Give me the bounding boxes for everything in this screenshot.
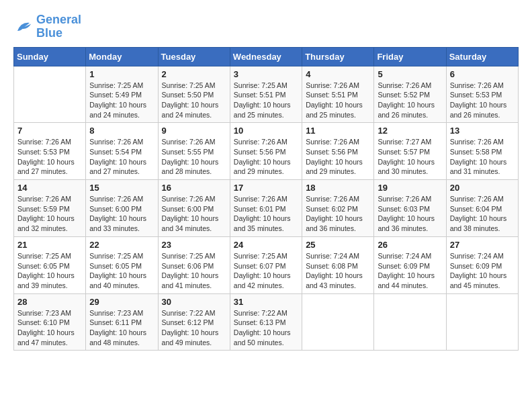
day-info: Sunrise: 7:25 AM Sunset: 6:05 PM Dayligh… (17, 251, 82, 291)
calendar-cell: 18Sunrise: 7:26 AM Sunset: 6:02 PM Dayli… (302, 180, 374, 237)
calendar-cell: 12Sunrise: 7:27 AM Sunset: 5:57 PM Dayli… (374, 123, 446, 180)
calendar-cell: 13Sunrise: 7:26 AM Sunset: 5:58 PM Dayli… (446, 123, 518, 180)
calendar-cell: 19Sunrise: 7:26 AM Sunset: 6:03 PM Dayli… (374, 180, 446, 237)
calendar-header: SundayMondayTuesdayWednesdayThursdayFrid… (14, 47, 519, 66)
day-number: 11 (306, 126, 370, 136)
calendar-cell: 28Sunrise: 7:23 AM Sunset: 6:10 PM Dayli… (14, 293, 86, 351)
calendar-week-2: 7Sunrise: 7:26 AM Sunset: 5:53 PM Daylig… (14, 123, 519, 180)
calendar-cell: 20Sunrise: 7:26 AM Sunset: 6:04 PM Dayli… (446, 180, 518, 237)
day-info: Sunrise: 7:26 AM Sunset: 6:02 PM Dayligh… (306, 194, 370, 234)
calendar-cell (374, 293, 446, 351)
day-header-monday: Monday (86, 47, 158, 66)
day-info: Sunrise: 7:26 AM Sunset: 5:58 PM Dayligh… (450, 137, 515, 177)
day-info: Sunrise: 7:26 AM Sunset: 5:53 PM Dayligh… (17, 137, 82, 177)
day-info: Sunrise: 7:26 AM Sunset: 5:56 PM Dayligh… (234, 137, 298, 177)
day-info: Sunrise: 7:26 AM Sunset: 5:52 PM Dayligh… (378, 81, 442, 120)
day-number: 1 (89, 69, 154, 79)
day-number: 14 (17, 183, 82, 193)
day-number: 3 (234, 69, 298, 79)
day-number: 24 (234, 240, 298, 250)
day-header-saturday: Saturday (446, 47, 518, 66)
calendar-cell: 24Sunrise: 7:25 AM Sunset: 6:07 PM Dayli… (230, 236, 302, 293)
calendar-table: SundayMondayTuesdayWednesdayThursdayFrid… (13, 47, 519, 351)
calendar-cell (446, 293, 518, 351)
day-number: 9 (162, 126, 226, 136)
day-number: 6 (450, 69, 515, 79)
day-number: 21 (17, 240, 82, 250)
calendar-cell: 10Sunrise: 7:26 AM Sunset: 5:56 PM Dayli… (230, 123, 302, 180)
day-info: Sunrise: 7:26 AM Sunset: 6:01 PM Dayligh… (234, 194, 298, 234)
calendar-body: 1Sunrise: 7:25 AM Sunset: 5:49 PM Daylig… (14, 66, 519, 351)
logo-icon (13, 17, 34, 37)
calendar-cell: 23Sunrise: 7:25 AM Sunset: 6:06 PM Dayli… (158, 236, 230, 293)
calendar-cell: 22Sunrise: 7:25 AM Sunset: 6:05 PM Dayli… (86, 236, 158, 293)
day-number: 18 (306, 183, 370, 193)
day-number: 4 (306, 69, 370, 79)
day-number: 29 (89, 297, 154, 307)
calendar-cell: 27Sunrise: 7:24 AM Sunset: 6:09 PM Dayli… (446, 236, 518, 293)
day-number: 16 (162, 183, 226, 193)
calendar-cell: 14Sunrise: 7:26 AM Sunset: 5:59 PM Dayli… (14, 180, 86, 237)
calendar-cell: 29Sunrise: 7:23 AM Sunset: 6:11 PM Dayli… (86, 293, 158, 351)
day-number: 30 (162, 297, 226, 307)
day-header-thursday: Thursday (302, 47, 374, 66)
day-number: 7 (17, 126, 82, 136)
day-header-wednesday: Wednesday (230, 47, 302, 66)
calendar-cell (14, 66, 86, 123)
day-number: 12 (378, 126, 442, 136)
calendar-cell: 31Sunrise: 7:22 AM Sunset: 6:13 PM Dayli… (230, 293, 302, 351)
day-info: Sunrise: 7:26 AM Sunset: 6:03 PM Dayligh… (378, 194, 442, 234)
day-info: Sunrise: 7:27 AM Sunset: 5:57 PM Dayligh… (378, 137, 442, 177)
calendar-week-5: 28Sunrise: 7:23 AM Sunset: 6:10 PM Dayli… (14, 293, 519, 351)
calendar-week-1: 1Sunrise: 7:25 AM Sunset: 5:49 PM Daylig… (14, 66, 519, 123)
day-info: Sunrise: 7:25 AM Sunset: 5:51 PM Dayligh… (234, 81, 298, 120)
day-info: Sunrise: 7:26 AM Sunset: 6:00 PM Dayligh… (89, 194, 154, 234)
day-info: Sunrise: 7:23 AM Sunset: 6:11 PM Dayligh… (89, 308, 154, 348)
calendar-cell: 1Sunrise: 7:25 AM Sunset: 5:49 PM Daylig… (86, 66, 158, 123)
day-info: Sunrise: 7:24 AM Sunset: 6:09 PM Dayligh… (450, 251, 515, 291)
calendar-cell: 11Sunrise: 7:26 AM Sunset: 5:56 PM Dayli… (302, 123, 374, 180)
day-number: 10 (234, 126, 298, 136)
calendar-week-4: 21Sunrise: 7:25 AM Sunset: 6:05 PM Dayli… (14, 236, 519, 293)
day-info: Sunrise: 7:26 AM Sunset: 6:00 PM Dayligh… (162, 194, 226, 234)
calendar-cell: 9Sunrise: 7:26 AM Sunset: 5:55 PM Daylig… (158, 123, 230, 180)
day-info: Sunrise: 7:25 AM Sunset: 5:49 PM Dayligh… (89, 81, 154, 120)
page-header: General Blue (13, 13, 519, 40)
day-info: Sunrise: 7:25 AM Sunset: 6:05 PM Dayligh… (89, 251, 154, 291)
day-info: Sunrise: 7:25 AM Sunset: 6:07 PM Dayligh… (234, 251, 298, 291)
day-number: 5 (378, 69, 442, 79)
day-info: Sunrise: 7:22 AM Sunset: 6:13 PM Dayligh… (234, 308, 298, 348)
day-info: Sunrise: 7:24 AM Sunset: 6:08 PM Dayligh… (306, 251, 370, 291)
day-number: 19 (378, 183, 442, 193)
day-number: 23 (162, 240, 226, 250)
day-info: Sunrise: 7:26 AM Sunset: 5:59 PM Dayligh… (17, 194, 82, 234)
day-number: 31 (234, 297, 298, 307)
calendar-cell: 26Sunrise: 7:24 AM Sunset: 6:09 PM Dayli… (374, 236, 446, 293)
day-info: Sunrise: 7:26 AM Sunset: 5:56 PM Dayligh… (306, 137, 370, 177)
day-header-friday: Friday (374, 47, 446, 66)
calendar-cell: 6Sunrise: 7:26 AM Sunset: 5:53 PM Daylig… (446, 66, 518, 123)
day-number: 15 (89, 183, 154, 193)
calendar-cell: 5Sunrise: 7:26 AM Sunset: 5:52 PM Daylig… (374, 66, 446, 123)
calendar-cell: 4Sunrise: 7:26 AM Sunset: 5:51 PM Daylig… (302, 66, 374, 123)
day-number: 27 (450, 240, 515, 250)
logo: General Blue (13, 13, 81, 40)
day-info: Sunrise: 7:23 AM Sunset: 6:10 PM Dayligh… (17, 308, 82, 348)
calendar-week-3: 14Sunrise: 7:26 AM Sunset: 5:59 PM Dayli… (14, 180, 519, 237)
day-info: Sunrise: 7:25 AM Sunset: 5:50 PM Dayligh… (162, 81, 226, 120)
calendar-cell: 8Sunrise: 7:26 AM Sunset: 5:54 PM Daylig… (86, 123, 158, 180)
calendar-cell: 2Sunrise: 7:25 AM Sunset: 5:50 PM Daylig… (158, 66, 230, 123)
calendar-cell: 7Sunrise: 7:26 AM Sunset: 5:53 PM Daylig… (14, 123, 86, 180)
day-info: Sunrise: 7:26 AM Sunset: 6:04 PM Dayligh… (450, 194, 515, 234)
day-number: 26 (378, 240, 442, 250)
day-number: 8 (89, 126, 154, 136)
calendar-cell (302, 293, 374, 351)
day-info: Sunrise: 7:22 AM Sunset: 6:12 PM Dayligh… (162, 308, 226, 348)
day-number: 2 (162, 69, 226, 79)
day-info: Sunrise: 7:25 AM Sunset: 6:06 PM Dayligh… (162, 251, 226, 291)
day-info: Sunrise: 7:26 AM Sunset: 5:53 PM Dayligh… (450, 81, 515, 120)
logo-text: General Blue (36, 13, 81, 40)
day-number: 22 (89, 240, 154, 250)
day-number: 17 (234, 183, 298, 193)
calendar-cell: 25Sunrise: 7:24 AM Sunset: 6:08 PM Dayli… (302, 236, 374, 293)
